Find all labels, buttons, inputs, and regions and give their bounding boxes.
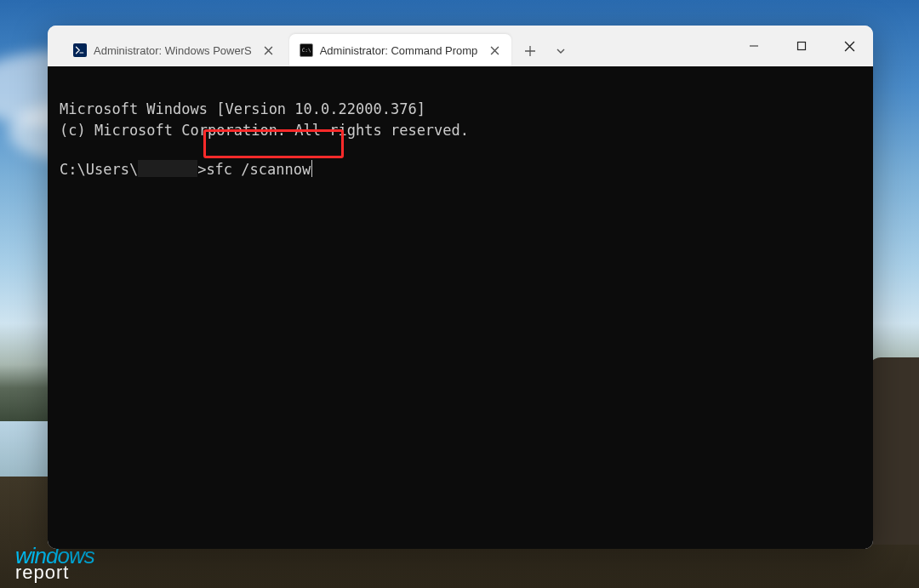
tab-label: Administrator: Command Promp [320, 44, 478, 57]
maximize-icon [796, 41, 807, 51]
new-tab-button[interactable] [515, 36, 545, 66]
close-icon [490, 46, 499, 55]
terminal-window: Administrator: Windows PowerS C:\ Admini… [48, 26, 873, 549]
minimize-button[interactable] [730, 26, 778, 66]
tab-dropdown-button[interactable] [545, 36, 576, 66]
watermark: windows report [15, 546, 94, 581]
plus-icon [524, 45, 536, 57]
svg-text:C:\: C:\ [301, 47, 311, 53]
close-icon [264, 46, 273, 55]
close-tab-button[interactable] [260, 42, 277, 59]
svg-rect-1 [798, 43, 806, 50]
tab-powershell[interactable]: Administrator: Windows PowerS [63, 34, 286, 66]
redacted-username [138, 160, 197, 177]
prompt-prefix: C:\Users\ [60, 161, 138, 178]
maximize-button[interactable] [778, 26, 825, 66]
tab-command-prompt[interactable]: C:\ Administrator: Command Promp [289, 34, 512, 66]
close-window-button[interactable] [825, 26, 873, 66]
cmd-icon: C:\ [300, 43, 313, 57]
titlebar[interactable]: Administrator: Windows PowerS C:\ Admini… [48, 26, 873, 66]
terminal-body[interactable]: Microsoft Windows [Version 10.0.22000.37… [48, 66, 873, 549]
chevron-down-icon [555, 45, 567, 57]
minimize-icon [749, 41, 759, 51]
tab-label: Administrator: Windows PowerS [94, 44, 252, 57]
text-cursor [311, 160, 312, 177]
powershell-icon [73, 43, 87, 57]
prompt-suffix: > [197, 161, 206, 178]
close-tab-button[interactable] [486, 42, 503, 59]
banner-line-1: Microsoft Windows [Version 10.0.22000.37… [60, 100, 425, 117]
prompt-line: C:\Users\>sfc /scannow [60, 159, 861, 181]
banner-line-2: (c) Microsoft Corporation. All rights re… [60, 122, 469, 139]
window-buttons [730, 26, 873, 66]
close-icon [844, 41, 855, 52]
typed-command: sfc /scannow [206, 161, 311, 178]
